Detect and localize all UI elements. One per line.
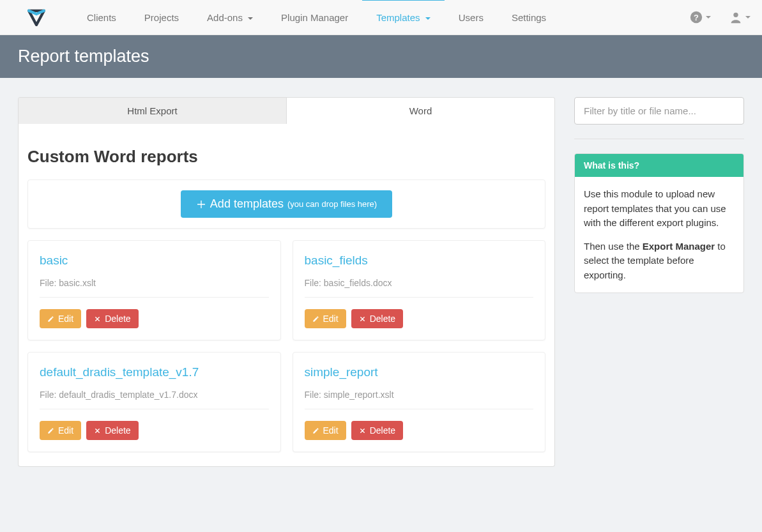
template-title[interactable]: simple_report bbox=[305, 365, 534, 379]
nav-item-label: Settings bbox=[512, 12, 546, 23]
tab-html-export[interactable]: Html Export bbox=[19, 98, 287, 124]
delete-button[interactable]: Delete bbox=[86, 309, 138, 328]
divider bbox=[305, 409, 534, 409]
template-grid: basicFile: basic.xslt Edit Deletebasic_f… bbox=[27, 240, 545, 452]
logo-icon bbox=[26, 6, 47, 28]
svg-point-2 bbox=[733, 13, 738, 17]
nav-item-label: Plugin Manager bbox=[281, 12, 348, 23]
nav-list: ClientsProjectsAdd-ons Plugin ManagerTem… bbox=[73, 1, 689, 34]
edit-button[interactable]: Edit bbox=[40, 421, 81, 440]
info-panel: What is this? Use this module to upload … bbox=[574, 153, 744, 293]
divider bbox=[574, 139, 744, 139]
edit-button[interactable]: Edit bbox=[305, 421, 346, 440]
close-icon bbox=[359, 315, 366, 323]
divider bbox=[40, 409, 269, 409]
page-title: Report templates bbox=[0, 35, 762, 78]
info-heading: What is this? bbox=[575, 154, 743, 177]
templates-panel: Custom Word reports Add templates (you c… bbox=[18, 124, 555, 467]
tabs: Html ExportWord bbox=[18, 97, 555, 124]
pencil-icon bbox=[47, 427, 54, 434]
filter-input[interactable] bbox=[574, 97, 744, 125]
info-paragraph-2: Then use the Export Manager to select th… bbox=[584, 239, 735, 283]
edit-button[interactable]: Edit bbox=[40, 309, 81, 328]
template-file: File: simple_report.xslt bbox=[305, 390, 534, 400]
close-icon bbox=[94, 315, 101, 323]
template-card: basicFile: basic.xslt Edit Delete bbox=[27, 240, 281, 340]
divider bbox=[40, 297, 269, 298]
pencil-icon bbox=[312, 315, 319, 323]
template-card: simple_reportFile: simple_report.xslt Ed… bbox=[293, 352, 546, 452]
top-navbar: ClientsProjectsAdd-ons Plugin ManagerTem… bbox=[0, 0, 762, 35]
template-file: File: default_dradis_template_v1.7.docx bbox=[40, 390, 269, 400]
brand-logo[interactable] bbox=[26, 6, 47, 28]
nav-item-clients[interactable]: Clients bbox=[73, 1, 130, 34]
help-icon: ? bbox=[689, 10, 703, 24]
tab-word[interactable]: Word bbox=[287, 98, 554, 124]
template-title[interactable]: basic_fields bbox=[305, 254, 534, 268]
divider bbox=[305, 297, 534, 298]
upload-zone[interactable]: Add templates (you can drop files here) bbox=[27, 179, 545, 229]
user-icon bbox=[729, 10, 743, 24]
close-icon bbox=[359, 427, 366, 434]
edit-label: Edit bbox=[58, 425, 73, 436]
template-card: basic_fieldsFile: basic_fields.docx Edit… bbox=[293, 240, 546, 340]
add-templates-button[interactable]: Add templates (you can drop files here) bbox=[181, 190, 392, 218]
edit-label: Edit bbox=[323, 314, 339, 324]
svg-text:?: ? bbox=[694, 13, 699, 22]
nav-item-projects[interactable]: Projects bbox=[130, 1, 193, 34]
template-file: File: basic_fields.docx bbox=[305, 278, 534, 288]
delete-button[interactable]: Delete bbox=[351, 309, 403, 328]
chevron-down-icon bbox=[425, 17, 431, 20]
edit-label: Edit bbox=[323, 425, 339, 436]
delete-button[interactable]: Delete bbox=[86, 421, 138, 440]
delete-label: Delete bbox=[105, 314, 130, 324]
plus-icon bbox=[196, 199, 206, 209]
nav-item-templates[interactable]: Templates bbox=[362, 1, 445, 34]
delete-label: Delete bbox=[370, 314, 395, 324]
pencil-icon bbox=[47, 315, 54, 323]
nav-item-settings[interactable]: Settings bbox=[498, 1, 560, 34]
delete-button[interactable]: Delete bbox=[351, 421, 403, 440]
help-menu[interactable]: ? bbox=[689, 10, 711, 24]
delete-label: Delete bbox=[370, 425, 395, 436]
close-icon bbox=[94, 427, 101, 434]
nav-item-add-ons[interactable]: Add-ons bbox=[193, 1, 267, 34]
delete-label: Delete bbox=[105, 425, 130, 436]
add-templates-hint: (you can drop files here) bbox=[287, 199, 377, 209]
nav-item-label: Add-ons bbox=[207, 12, 243, 23]
nav-item-label: Clients bbox=[87, 12, 116, 23]
add-templates-label: Add templates bbox=[210, 197, 284, 211]
info-paragraph-1: Use this module to upload new report tem… bbox=[584, 187, 735, 231]
nav-item-label: Users bbox=[459, 12, 484, 23]
template-title[interactable]: default_dradis_template_v1.7 bbox=[40, 365, 269, 379]
template-card: default_dradis_template_v1.7File: defaul… bbox=[27, 352, 281, 452]
template-file: File: basic.xslt bbox=[40, 278, 269, 288]
nav-item-plugin-manager[interactable]: Plugin Manager bbox=[267, 1, 362, 34]
nav-item-users[interactable]: Users bbox=[445, 1, 498, 34]
template-title[interactable]: basic bbox=[40, 254, 269, 268]
nav-item-label: Templates bbox=[376, 12, 420, 23]
panel-heading: Custom Word reports bbox=[27, 147, 545, 167]
chevron-down-icon bbox=[248, 17, 253, 20]
user-menu[interactable] bbox=[729, 10, 751, 24]
pencil-icon bbox=[312, 427, 319, 434]
edit-label: Edit bbox=[58, 314, 73, 324]
edit-button[interactable]: Edit bbox=[305, 309, 346, 328]
nav-item-label: Projects bbox=[144, 12, 179, 23]
